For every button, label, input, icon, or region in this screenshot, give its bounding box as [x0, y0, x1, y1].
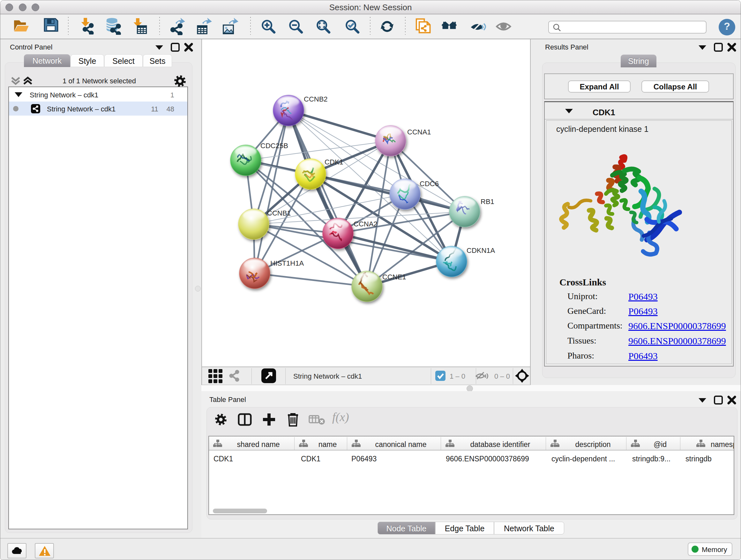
svg-text:CDKN1A: CDKN1A	[467, 246, 495, 254]
svg-text:CCNA1: CCNA1	[407, 128, 431, 136]
svg-text:CCNE1: CCNE1	[382, 273, 406, 281]
svg-text:RB1: RB1	[481, 198, 494, 206]
svg-text:CDC6: CDC6	[420, 180, 439, 188]
svg-text:CCNB2: CCNB2	[304, 95, 328, 103]
svg-text:CDK1: CDK1	[325, 158, 343, 166]
svg-text:HIST1H1A: HIST1H1A	[270, 259, 304, 267]
svg-text:CCNB1: CCNB1	[267, 209, 291, 217]
svg-text:CDC25B: CDC25B	[260, 142, 288, 150]
svg-text:CCNA2: CCNA2	[354, 220, 378, 228]
